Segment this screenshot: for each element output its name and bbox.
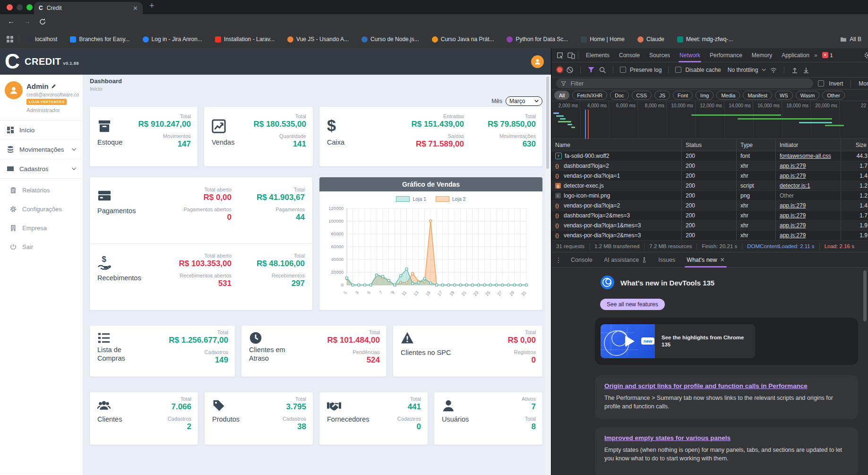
filter-chip-fetchxhr[interactable]: Fetch/XHR xyxy=(572,91,607,100)
table-row[interactable]: Clogo-icon-mini.png 200 png Other 1.2 xyxy=(551,191,868,201)
new-tab-button[interactable]: + xyxy=(149,1,155,11)
column-header-name[interactable]: Name xyxy=(551,139,682,151)
bookmark-item[interactable]: Curso de Node.js... xyxy=(361,36,419,43)
filter-chip-manifest[interactable]: Manifest xyxy=(743,91,772,100)
section-link[interactable]: Origin and script links for profile and … xyxy=(604,382,849,389)
filter-input-wrap[interactable] xyxy=(556,78,813,88)
inspect-element-icon[interactable] xyxy=(556,52,564,59)
devtools-tab-console[interactable]: Console xyxy=(614,48,645,62)
month-select[interactable]: Março xyxy=(506,96,542,106)
table-row[interactable]: {}vendas-por-dia?loja=1 200 xhr app.js:2… xyxy=(551,171,868,181)
export-har-icon[interactable] xyxy=(802,66,810,74)
search-icon[interactable] xyxy=(599,66,606,74)
clear-icon[interactable] xyxy=(566,66,574,74)
table-row[interactable]: {}detector-exec.js 200 script detector.j… xyxy=(551,181,868,191)
initiator-link[interactable]: app.js:279 xyxy=(780,173,806,179)
initiator-link[interactable]: app.js:279 xyxy=(780,202,806,209)
devtools-scrollbar-thumb[interactable] xyxy=(863,270,867,321)
column-header-status[interactable]: Status xyxy=(682,139,737,151)
record-icon[interactable] xyxy=(557,67,562,72)
initiator-link[interactable]: app.js:279 xyxy=(780,212,806,219)
bookmark-item[interactable]: Meet: mdg-zfwq-... xyxy=(677,36,733,43)
traffic-light-close[interactable] xyxy=(7,4,13,10)
initiator-link[interactable]: fontawesome-all.css xyxy=(780,153,831,159)
devtools-tab-performance[interactable]: Performance xyxy=(705,48,747,62)
bookmark-item[interactable]: Claude xyxy=(637,36,664,43)
network-overview[interactable] xyxy=(551,110,868,139)
more-tabs-icon[interactable]: » xyxy=(814,52,817,59)
drawer-tab-ai-assistance[interactable]: AI assistance xyxy=(599,252,652,268)
bookmark-item[interactable]: Vue JS - Usando A... xyxy=(287,36,349,43)
filter-chip-ws[interactable]: WS xyxy=(775,91,793,100)
all-bookmarks-button[interactable]: All B xyxy=(840,36,861,43)
sidebar-item-empresa[interactable]: Empresa xyxy=(0,218,83,237)
filter-chip-media[interactable]: Media xyxy=(716,91,740,100)
traffic-light-minimize[interactable] xyxy=(17,4,23,10)
section-link[interactable]: Improved empty states for various panels xyxy=(604,434,849,441)
devtools-tab-sources[interactable]: Sources xyxy=(645,48,675,62)
scrollbar-thumb[interactable] xyxy=(546,77,549,169)
more-filters-label[interactable]: Mor xyxy=(859,80,868,87)
legend-item-loja1[interactable]: Loja 1 xyxy=(396,196,426,202)
reload-icon[interactable] xyxy=(39,18,46,26)
legend-item-loja2[interactable]: Loja 2 xyxy=(436,196,466,202)
bookmark-item[interactable]: Curso Java na Prát... xyxy=(432,36,494,43)
filter-chip-img[interactable]: Img xyxy=(696,91,713,100)
column-header-size[interactable]: Size xyxy=(841,139,868,151)
device-toolbar-icon[interactable] xyxy=(567,52,575,59)
initiator-link[interactable]: app.js:279 xyxy=(780,222,806,229)
table-row[interactable]: {}dashboard?loja=2&mes=3 200 xhr app.js:… xyxy=(551,211,868,221)
settings-gear-icon[interactable] xyxy=(864,52,868,59)
sidebar-item-configuracoes[interactable]: Configurações xyxy=(0,199,83,218)
disable-cache-checkbox[interactable] xyxy=(675,67,681,73)
close-icon[interactable]: ✕ xyxy=(720,256,725,263)
filter-chip-all[interactable]: All xyxy=(554,91,569,100)
table-row[interactable]: {}dashboard?loja=2 200 xhr app.js:279 1.… xyxy=(551,161,868,171)
video-thumbnail[interactable]: new xyxy=(601,324,655,358)
bookmark-item[interactable]: Installation - Larav... xyxy=(215,36,275,43)
bookmark-item[interactable]: Log in - Jira Anron... xyxy=(143,36,202,43)
drawer-tab-issues[interactable]: Issues xyxy=(653,252,680,268)
forward-icon[interactable]: → xyxy=(24,17,31,25)
filter-funnel-icon[interactable] xyxy=(587,66,595,74)
filter-chip-css[interactable]: CSS xyxy=(632,91,652,100)
devtools-tab-elements[interactable]: Elements xyxy=(581,48,614,62)
app-scrollbar[interactable] xyxy=(545,75,550,475)
filter-chip-wasm[interactable]: Wasm xyxy=(796,91,820,100)
error-badge-icon[interactable]: ✕ xyxy=(822,52,828,58)
navbar-avatar[interactable] xyxy=(531,55,544,68)
bookmark-item[interactable]: localhost xyxy=(26,36,57,43)
table-row[interactable]: {}vendas-por-dia?loja=2 200 xhr app.js:2… xyxy=(551,201,868,211)
column-header-initiator[interactable]: Initiator xyxy=(776,139,841,151)
sidebar-item-cadastros[interactable]: Cadastros xyxy=(0,159,83,178)
devtools-tab-application[interactable]: Application xyxy=(777,48,814,62)
invert-checkbox[interactable] xyxy=(818,80,824,86)
avatar[interactable] xyxy=(5,81,23,99)
import-har-icon[interactable] xyxy=(791,66,799,74)
throttling-select[interactable]: No throttling xyxy=(728,67,758,73)
drawer-tab-console[interactable]: Console xyxy=(566,252,597,268)
initiator-link[interactable]: app.js:279 xyxy=(780,232,806,239)
table-row[interactable]: Tfa-solid-900.woff2 200 font fontawesome… xyxy=(551,151,868,161)
sidebar-item-sair[interactable]: Sair xyxy=(0,237,83,256)
table-row[interactable]: {}vendas-por-dia?loja=2&mes=3 200 xhr ap… xyxy=(551,231,868,241)
preserve-log-checkbox[interactable] xyxy=(620,67,626,73)
edit-pencil-icon[interactable] xyxy=(51,84,56,89)
traffic-light-zoom[interactable] xyxy=(26,4,33,10)
column-header-type[interactable]: Type xyxy=(737,139,776,151)
see-all-features-button[interactable]: See all new features xyxy=(600,299,665,310)
table-row[interactable]: {}vendas-por-dia?loja=1&mes=3 200 xhr ap… xyxy=(551,221,868,231)
filter-chip-other[interactable]: Other xyxy=(822,91,845,100)
more-options-icon[interactable]: ⋮ xyxy=(555,256,562,264)
highlight-card[interactable]: new See the highlights from Chrome 135 xyxy=(595,318,858,365)
bookmark-item[interactable]: Python for Data Sc... xyxy=(507,36,568,43)
browser-tab[interactable]: C Credit ✕ xyxy=(34,2,143,14)
tab-close-icon[interactable]: ✕ xyxy=(133,5,138,12)
drawer-tab-whats-new[interactable]: What's new✕ xyxy=(682,252,730,268)
filter-chip-js[interactable]: JS xyxy=(654,91,670,100)
network-conditions-icon[interactable] xyxy=(770,66,777,74)
bookmark-item[interactable]: Home | Home xyxy=(581,36,625,43)
filter-chip-font[interactable]: Font xyxy=(673,91,693,100)
devtools-tab-network[interactable]: Network xyxy=(675,48,705,62)
initiator-link[interactable]: app.js:279 xyxy=(780,163,806,169)
